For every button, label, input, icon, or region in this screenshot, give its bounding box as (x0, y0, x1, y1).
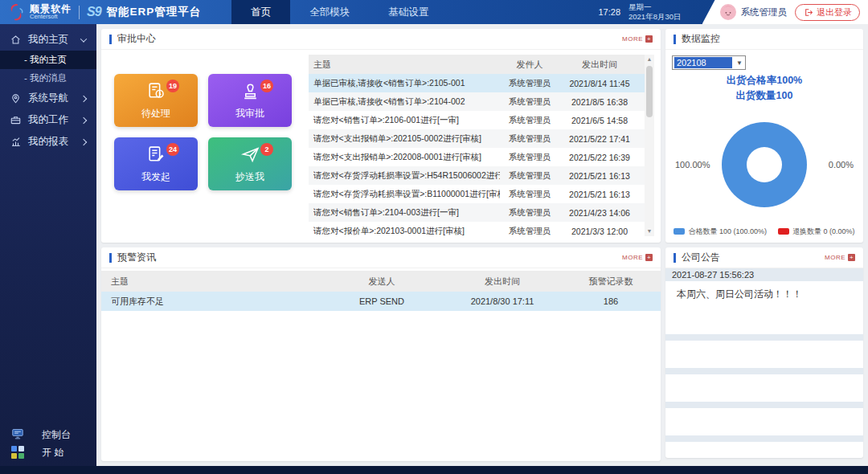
row-time: 2021/5/22 16:39 (559, 153, 640, 162)
sidebar-item-system-nav[interactable]: 系统导航 (0, 88, 96, 109)
alert-row[interactable]: 可用库存不足ERP SEND2021/8/30 17:11186 (101, 292, 661, 311)
legend-item[interactable]: 退换数量 0 (0.00%) (778, 227, 855, 237)
approval-row[interactable]: 请您对<支出报销单>:202105-0002进行[审核]系统管理员2021/5/… (309, 129, 645, 148)
tab-home[interactable]: 首页 (231, 0, 290, 24)
row-subject: 请您对<存货浮动耗损率设置>:H54R15006002进行[审核] (313, 170, 500, 182)
sidebar-menu: 我的主页- 我的主页- 我的消息系统导航我的工作我的报表 (0, 29, 96, 153)
row-subject: 单据已审核,请接收<销售订单>:2104-002 (313, 96, 500, 108)
row-sender: 系统管理员 (500, 78, 559, 89)
alerts-more-button[interactable]: MORE + (622, 254, 653, 261)
announcements-list: 2021-08-27 15:56:23本周六、周日公司活动！！！ (665, 268, 863, 442)
scroll-up-icon[interactable]: ▲ (647, 55, 653, 64)
approval-table-scrollbar[interactable]: ▲ ▼ (645, 55, 654, 236)
sidebar-footer-label: 开 始 (42, 446, 63, 460)
row-sender: 系统管理员 (500, 226, 559, 237)
period-select[interactable]: 202108 ▼ (672, 55, 746, 70)
sidebar-item-my-reports[interactable]: 我的报表 (0, 131, 96, 153)
announcement-empty-stripe (665, 402, 863, 408)
row-sender: 系统管理员 (500, 133, 559, 145)
announcement-content[interactable]: 本周六、周日公司活动！！！ (665, 281, 863, 307)
report-chart-icon (10, 136, 22, 148)
row-subject: 请您对<存货浮动耗损率设置>:B11000001进行[审核] (313, 189, 500, 200)
announcement-empty-stripe (665, 334, 863, 341)
tile-count-badge: 19 (166, 80, 179, 92)
tab-basic-settings[interactable]: 基础设置 (369, 0, 448, 24)
sidebar-item-my-home[interactable]: 我的主页 (0, 29, 96, 51)
row-sender: 系统管理员 (500, 152, 559, 163)
tile-label: 抄送我 (235, 170, 264, 184)
logo-text: 顺景软件 Centersoft (30, 4, 72, 20)
sidebar-footer-console[interactable]: 控制台 (11, 426, 96, 443)
sidebar-subitem-my-home[interactable]: - 我的主页 (0, 51, 96, 69)
column-header: 发送人 (330, 276, 434, 288)
sidebar-item-label: 我的工作 (28, 113, 75, 127)
row-subject: 请您对<支出报销单>:202105-0002进行[审核] (313, 133, 500, 145)
row-time: 2021/8/30 17:11 (434, 296, 571, 306)
scroll-down-icon[interactable]: ▼ (647, 227, 653, 236)
approval-row[interactable]: 请您对<存货浮动耗损率设置>:B11000001进行[审核]系统管理员2021/… (309, 185, 645, 203)
row-subject: 可用库存不足 (111, 296, 330, 308)
left-column: 审批中心 MORE + 待处理19我审批16我发起24抄送我2 主题发件人发出时… (101, 29, 661, 461)
row-subject: 请您对<报价单>:202103-0001进行[审核] (313, 226, 500, 237)
row-time: 2021/6/5 14:58 (559, 116, 640, 125)
chevron-down-icon (80, 35, 87, 42)
donut-chart-area: 100.00% 0.00% (672, 106, 857, 223)
tab-all-modules[interactable]: 全部模块 (290, 0, 369, 24)
title-accent-bar (109, 253, 112, 263)
announcements-more-button[interactable]: MORE + (825, 254, 855, 261)
start-grid-square (11, 453, 17, 459)
announcement-empty-stripe (665, 435, 863, 442)
more-label: MORE (825, 254, 845, 261)
more-label: MORE (622, 254, 643, 261)
approval-row[interactable]: 请您对<销售订单>:2106-001进行[一审]系统管理员2021/6/5 14… (309, 111, 645, 129)
user-area: 系统管理员 退出登录 (702, 0, 868, 24)
tile-count-badge: 2 (260, 143, 273, 156)
row-subject: 请您对<销售订单>:2104-003进行[一审] (313, 207, 500, 219)
clock-time: 17:28 (598, 7, 620, 17)
donut-hole (747, 147, 782, 182)
title-accent-bar (674, 35, 676, 44)
row-sender: 系统管理员 (500, 115, 559, 126)
approval-row[interactable]: 请您对<存货浮动耗损率设置>:H54R15006002进行[审核]系统管理员20… (309, 166, 645, 185)
announcement-date: 2021-08-27 15:56:23 (665, 268, 863, 281)
sidebar-footer-label: 控制台 (42, 428, 71, 442)
approval-table-header: 主题发件人发出时间 (309, 55, 645, 74)
approval-more-button[interactable]: MORE + (622, 35, 653, 43)
approval-tile-my-initiated[interactable]: 我发起24 (114, 137, 198, 190)
data-monitor-body: 202108 ▼ 出货合格率100% 出货数量100 100.00% 0.00% (665, 50, 863, 243)
approval-row[interactable]: 请您对<支出报销单>:202008-0001进行[审核]系统管理员2021/5/… (309, 148, 645, 166)
row-sender: 系统管理员 (500, 96, 559, 108)
column-header: 主题 (313, 59, 500, 71)
home-icon (10, 34, 22, 46)
scrollbar-thumb[interactable] (646, 66, 653, 117)
alerts-panel: 预警资讯 MORE + 主题发送人发出时间预警记录数可用库存不足ERP SEND… (101, 247, 661, 461)
approval-tile-my-approve[interactable]: 我审批16 (208, 74, 292, 127)
approval-tile-cc-me[interactable]: 抄送我2 (208, 137, 292, 190)
sidebar-item-label: 我的报表 (28, 135, 75, 149)
user-avatar[interactable] (720, 4, 736, 20)
more-grid-icon: + (645, 35, 653, 43)
sidebar-subitem-my-messages[interactable]: - 我的消息 (0, 69, 96, 88)
stamp-icon (240, 81, 260, 104)
title-accent-bar (674, 253, 676, 263)
row-time: 2021/5/22 17:41 (559, 134, 640, 144)
chart-legend: 合格数量 100 (100.00%)退换数量 0 (0.00%) (672, 227, 857, 237)
s9-logo: S9 (87, 5, 101, 19)
approval-row[interactable]: 请您对<销售订单>:2104-003进行[一审]系统管理员2021/4/23 1… (309, 203, 645, 222)
data-monitor-header: 数据监控 (665, 29, 863, 50)
sidebar-footer-start[interactable]: 开 始 (11, 443, 96, 461)
approval-row[interactable]: 单据已审核,请接收<销售订单>:2105-001系统管理员2021/8/14 1… (309, 74, 645, 92)
tile-count-badge: 24 (166, 143, 179, 156)
logout-button[interactable]: 退出登录 (795, 4, 860, 21)
column-header: 发出时间 (434, 276, 571, 288)
sidebar-item-my-work[interactable]: 我的工作 (0, 109, 96, 131)
approval-center-title: 审批中心 (117, 32, 156, 46)
row-subject: 请您对<销售订单>:2106-001进行[一审] (313, 115, 500, 126)
approval-row[interactable]: 单据已审核,请接收<销售订单>:2104-002系统管理员2021/8/5 16… (309, 92, 645, 111)
legend-item[interactable]: 合格数量 100 (100.00%) (674, 227, 767, 237)
approval-row[interactable]: 请您对<报价单>:202103-0001进行[审核]系统管理员2021/3/3 … (309, 222, 645, 240)
logout-exit-icon (803, 7, 813, 18)
approval-tile-pending[interactable]: 待处理19 (114, 74, 198, 127)
legend-swatch (674, 228, 685, 235)
start-grid-square (11, 446, 17, 452)
